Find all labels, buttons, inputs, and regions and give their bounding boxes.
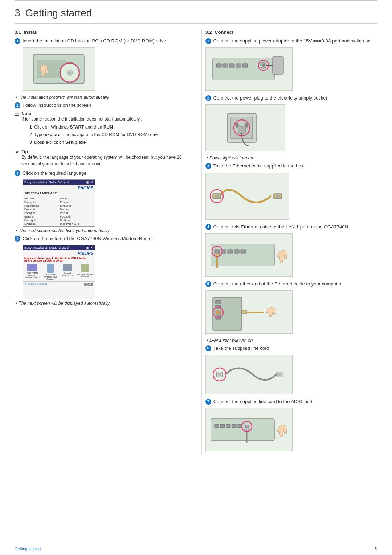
section-title-install: Install xyxy=(24,29,38,35)
two-column-layout: 3.1 Install 1 Insert the installation CD… xyxy=(0,29,392,455)
connect-step-2: 2 Connect the power plug to the electric… xyxy=(205,95,378,101)
section-3-2-header: 3.2 Connect xyxy=(205,29,378,35)
svg-rect-25 xyxy=(238,127,245,133)
connect-step-5-text: Connect the other end of the Ethernet ca… xyxy=(213,281,378,287)
svg-rect-48 xyxy=(242,310,247,314)
note-icon: ☰ xyxy=(15,111,19,117)
firewall-icon xyxy=(63,264,72,271)
install-step-2: 2 Follow instructions on the screen xyxy=(15,102,187,109)
screenshot-2-important: Important: do not plug in the Wireless U… xyxy=(23,256,95,263)
connect-step-6-text: Take the supplied line cord xyxy=(213,345,378,352)
screenshot-titlebar-2: Easy Installation Setup Wizard ▣ ✕ xyxy=(23,245,95,250)
connect-step-2-text: Connect the power plug to the electricit… xyxy=(213,95,378,101)
connect-step-3-num: 3 xyxy=(205,163,211,169)
header-divider xyxy=(15,23,377,24)
bullet-next-screen-1: The next screen will be displayed automa… xyxy=(16,228,187,233)
tip-icon: ✶ xyxy=(15,149,19,156)
connect-step-1-text: Connect the supplied power adapter to th… xyxy=(213,38,378,44)
svg-rect-63 xyxy=(245,425,249,428)
step-1-num: 1 xyxy=(15,38,20,44)
product-firewall: Firewall Information xyxy=(61,264,74,280)
computer-port-illustration xyxy=(205,290,378,335)
step-3-text: Click on the required language xyxy=(23,170,187,177)
note-label: Note xyxy=(21,111,31,116)
lang-list-1: EnglishFrançaisNederlands DeutschEspañol… xyxy=(24,197,58,227)
left-column: 3.1 Install 1 Insert the installation CD… xyxy=(15,29,191,455)
sub-step-3: 3 Double-click on Setup.exe xyxy=(29,139,160,146)
step-2-text: Follow instructions on the screen xyxy=(23,102,187,109)
tip-box: ✶ Tip By default, the language of your o… xyxy=(15,149,187,167)
svg-rect-46 xyxy=(216,311,221,314)
connect-step-4: 4 Connect this Ethernet cable to the LAN… xyxy=(205,224,378,230)
product-manual: User Manual and Support xyxy=(77,264,93,280)
note-text: If for some reason the installation does… xyxy=(21,116,160,146)
bullet-next-screen-2: The next screen will be displayed automa… xyxy=(16,301,187,306)
bullet-lan-light: LAN 1 light will turn on xyxy=(207,338,378,343)
section-3-1-header: 3.1 Install xyxy=(15,29,187,35)
quit-button[interactable]: Quit xyxy=(84,283,93,286)
lan-port-illustration xyxy=(205,233,378,278)
philips-logo-1: PHILIPS xyxy=(23,185,95,191)
screenshot-language-wizard: Easy Installation Setup Wizard ▣ ✕ PHILI… xyxy=(23,179,95,227)
change-language-link[interactable]: ↺ Change language xyxy=(24,283,47,286)
tip-content: Tip By default, the language of your ope… xyxy=(21,149,187,167)
svg-rect-16 xyxy=(273,56,283,74)
line-cord-svg xyxy=(205,355,293,394)
power-socket-illustration xyxy=(205,104,378,153)
svg-rect-10 xyxy=(223,64,228,67)
svg-rect-31 xyxy=(275,195,280,198)
lan-port-svg xyxy=(205,233,293,277)
connect-step-7-text: Connect the supplied line cord to the AD… xyxy=(213,398,378,405)
sub-step-2: 2 Type explorer and navigate to the CD R… xyxy=(29,131,160,138)
svg-rect-58 xyxy=(215,424,219,428)
step-1-text: Insert the installation CD into the PC's… xyxy=(23,38,187,44)
product-router: CGA7740NWireless Modem Router xyxy=(24,264,40,280)
router-back-illustration xyxy=(205,47,378,92)
connect-step-1: 1 Connect the supplied power adapter to … xyxy=(205,38,378,44)
step-4-num: 4 xyxy=(15,236,20,242)
router-icon xyxy=(27,264,37,271)
note-content: Note If for some reason the installation… xyxy=(21,111,160,147)
ethernet-cable-svg xyxy=(205,173,289,220)
screenshot-1-content: EnglishFrançaisNederlands DeutschEspañol… xyxy=(23,195,95,227)
right-column: 3.2 Connect 1 Connect the supplied power… xyxy=(201,29,378,455)
svg-rect-12 xyxy=(236,64,241,67)
svg-rect-11 xyxy=(229,64,234,67)
step-3-num: 3 xyxy=(15,170,20,176)
philips-logo-2: PHILIPS xyxy=(23,250,95,256)
connect-step-6-num: 6 xyxy=(205,345,211,351)
connect-step-3-text: Take the Ethernet cable supplied in the … xyxy=(213,163,378,169)
ethernet-cable-illustration xyxy=(205,173,378,221)
svg-rect-8 xyxy=(213,58,274,80)
connect-step-5-num: 5 xyxy=(205,281,211,287)
section-num-3-2: 3.2 xyxy=(205,29,212,35)
svg-rect-60 xyxy=(226,424,230,428)
lang-list-2: DanishΕλληνικ.ελληνικά MagyarPolskiРусск… xyxy=(60,197,93,227)
connect-step-2-num: 2 xyxy=(205,95,211,101)
svg-rect-39 xyxy=(241,250,246,253)
svg-rect-37 xyxy=(228,250,233,253)
page-footer: Getting started 5 xyxy=(0,539,392,555)
svg-rect-54 xyxy=(278,373,281,376)
note-box: ☰ Note If for some reason the installati… xyxy=(15,111,187,147)
svg-rect-52 xyxy=(218,373,221,376)
cd-illustration xyxy=(23,47,95,91)
footer-text: Getting started xyxy=(15,547,41,551)
line-cord-illustration xyxy=(205,355,378,396)
svg-rect-13 xyxy=(242,64,248,67)
step-4-text: Click on the picture of the CGA7740N Wir… xyxy=(23,235,187,242)
product-usb: CGU7740NWireless USB Adapter xyxy=(43,264,58,280)
power-socket-svg xyxy=(205,104,285,151)
section-title-connect: Connect xyxy=(215,29,233,35)
svg-rect-9 xyxy=(216,64,221,67)
svg-point-15 xyxy=(262,64,265,67)
svg-rect-38 xyxy=(234,250,239,253)
connect-step-4-num: 4 xyxy=(205,224,211,230)
step-2-num: 2 xyxy=(15,102,20,108)
svg-rect-29 xyxy=(215,195,219,198)
connect-step-6: 6 Take the supplied line cord xyxy=(205,345,378,352)
svg-rect-35 xyxy=(215,250,220,253)
manual-icon xyxy=(81,264,89,272)
usb-icon xyxy=(47,264,54,273)
sub-step-1: 1 Click on Windows START and then RUN xyxy=(29,124,160,131)
